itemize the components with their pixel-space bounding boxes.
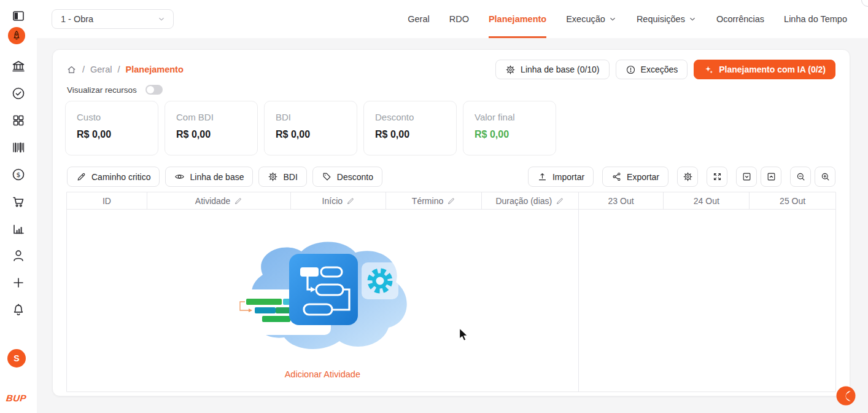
- sidebar-item-modules[interactable]: [9, 111, 28, 130]
- resources-toggle[interactable]: [145, 85, 163, 95]
- stat-card-valor-final: Valor final R$ 0,00: [463, 101, 556, 155]
- sidebar-item-add[interactable]: [9, 273, 28, 292]
- tab-geral[interactable]: Geral: [408, 0, 429, 38]
- empty-state: Adicionar Atividade: [67, 235, 578, 379]
- zoom-out-button[interactable]: [790, 167, 811, 187]
- zoom-out-icon: [796, 171, 806, 182]
- discount-button[interactable]: Desconto: [312, 167, 382, 187]
- export-button[interactable]: Exportar: [602, 167, 668, 187]
- tab-planejamento[interactable]: Planejamento: [489, 0, 546, 38]
- stat-card-com-bdi: Com BDI R$ 0,00: [165, 101, 258, 155]
- column-header-25-out: 25 Out: [750, 192, 835, 209]
- breadcrumb: / Geral / Planejamento: [66, 65, 184, 75]
- person-icon: [11, 248, 26, 263]
- gantt-timeline-area: [579, 210, 835, 392]
- check-circle-icon: [11, 86, 26, 101]
- home-icon[interactable]: [66, 65, 77, 75]
- sidebar-item-inventory[interactable]: [9, 138, 28, 157]
- collapse-all-button[interactable]: [736, 167, 757, 187]
- sidebar-item-finance[interactable]: [9, 165, 28, 184]
- column-header-inicio[interactable]: Início: [291, 192, 386, 209]
- baseline-settings-button[interactable]: Linha de base (0/10): [495, 60, 609, 79]
- barcode-icon: [11, 140, 26, 155]
- sidebar-item-reports[interactable]: [9, 219, 28, 238]
- settings-icon: [683, 171, 693, 182]
- edit-pencil-icon[interactable]: [556, 197, 564, 205]
- edit-pencil-icon[interactable]: [447, 197, 455, 205]
- tab-execucao[interactable]: Execução: [566, 0, 617, 38]
- tab-linha-do-tempo[interactable]: Linha do Tempo: [784, 0, 847, 38]
- zoom-in-icon: [820, 171, 831, 182]
- breadcrumb-geral[interactable]: Geral: [90, 65, 112, 74]
- sidebar: S BUP: [0, 0, 37, 413]
- bank-icon: [11, 59, 26, 74]
- eye-icon: [174, 171, 185, 182]
- planning-card: / Geral / Planejamento Linha de base (0/…: [52, 49, 850, 396]
- bar-chart-icon: [11, 221, 26, 236]
- stat-card-desconto: Desconto R$ 0,00: [363, 101, 457, 155]
- import-button[interactable]: Importar: [528, 167, 594, 187]
- add-activity-link[interactable]: Adicionar Atividade: [285, 369, 360, 379]
- breadcrumb-separator: /: [118, 65, 120, 74]
- sparkles-icon: [703, 65, 714, 75]
- expand-all-icon: [766, 171, 777, 182]
- edit-pencil-icon[interactable]: [234, 197, 242, 205]
- resources-toggle-label: Visualizar recursos: [67, 85, 137, 95]
- chevron-down-icon: [688, 15, 697, 23]
- column-header-duracao[interactable]: Duração (dias): [482, 192, 579, 209]
- app-root: S BUP 1 - Obra Geral RDO Planejamento Ex…: [0, 0, 868, 413]
- sidebar-item-purchases[interactable]: [9, 192, 28, 211]
- column-header-id[interactable]: ID: [67, 192, 147, 209]
- column-header-termino[interactable]: Término: [386, 192, 482, 209]
- panel-toggle-icon[interactable]: [9, 7, 28, 25]
- bdi-button[interactable]: BDI: [258, 167, 306, 187]
- stats-row: Custo R$ 0,00 Com BDI R$ 0,00 BDI R$ 0,0…: [65, 101, 556, 155]
- avatar[interactable]: S: [7, 349, 26, 368]
- exceptions-button[interactable]: Exceções: [616, 60, 688, 79]
- gantt-table-header: ID Atividade Início Término Duração (dia…: [67, 192, 835, 210]
- breadcrumb-planejamento: Planejamento: [126, 65, 184, 74]
- sidebar-item-bank[interactable]: [9, 57, 28, 76]
- main-tabs: Geral RDO Planejamento Execução Requisiç…: [408, 0, 868, 38]
- stat-card-custo: Custo R$ 0,00: [65, 101, 158, 155]
- collapse-all-icon: [742, 171, 752, 182]
- exclamation-circle-icon: [626, 65, 636, 75]
- tab-ocorrencias[interactable]: Ocorrências: [716, 0, 764, 38]
- edit-pencil-icon[interactable]: [346, 197, 355, 205]
- gantt-toolbar: Caminho critico Linha de base BDI Descon…: [67, 167, 835, 187]
- fullscreen-icon: [712, 171, 723, 182]
- gear-icon: [268, 171, 278, 182]
- dollar-circle-icon: [11, 167, 26, 182]
- bell-icon: [11, 302, 26, 317]
- gantt-table: ID Atividade Início Término Duração (dia…: [66, 192, 836, 392]
- gear-icon: [505, 65, 516, 75]
- tab-rdo[interactable]: RDO: [449, 0, 469, 38]
- baseline-view-button[interactable]: Linha de base: [165, 167, 253, 187]
- rocket-icon[interactable]: [8, 27, 25, 44]
- sidebar-item-notifications[interactable]: [9, 301, 28, 319]
- column-header-23-out: 23 Out: [579, 192, 664, 209]
- critical-path-button[interactable]: Caminho critico: [67, 167, 160, 187]
- fullscreen-button[interactable]: [707, 167, 727, 187]
- breadcrumb-separator: /: [82, 65, 85, 74]
- chevron-down-icon: [157, 15, 166, 23]
- grid-icon: [11, 113, 26, 128]
- zoom-in-button[interactable]: [815, 167, 835, 187]
- column-header-atividade[interactable]: Atividade: [147, 192, 292, 209]
- pen-icon: [76, 171, 87, 182]
- plus-icon: [11, 275, 26, 290]
- cart-icon: [11, 194, 26, 209]
- chat-widget-button[interactable]: [836, 386, 856, 406]
- tab-requisicoes[interactable]: Requisições: [637, 0, 697, 38]
- ai-planning-button[interactable]: Planejamento com IA (0/2): [694, 60, 835, 79]
- app-logo: BUP: [6, 393, 27, 403]
- sidebar-item-users[interactable]: [9, 246, 28, 265]
- empty-state-illustration: [230, 235, 414, 352]
- expand-all-button[interactable]: [761, 167, 781, 187]
- sidebar-item-tasks[interactable]: [9, 84, 28, 103]
- gantt-settings-button[interactable]: [677, 167, 698, 187]
- stat-card-bdi: BDI R$ 0,00: [264, 101, 357, 155]
- chevron-down-icon: [608, 15, 617, 23]
- project-selector[interactable]: 1 - Obra: [52, 9, 174, 29]
- topbar: 1 - Obra Geral RDO Planejamento Execução…: [37, 0, 868, 38]
